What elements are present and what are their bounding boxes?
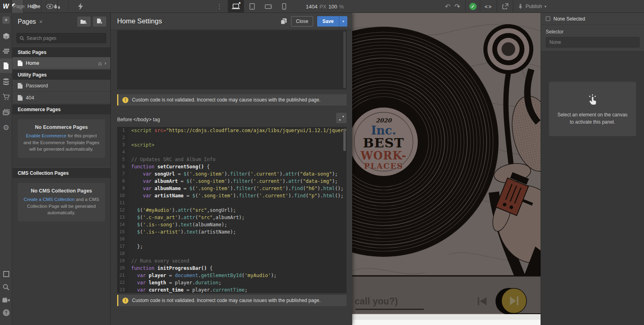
redo-icon: ↷ <box>454 2 460 11</box>
code-line: 17 }; <box>117 243 347 250</box>
pages-button[interactable] <box>0 58 12 73</box>
undo-button[interactable]: ↶ <box>443 0 452 13</box>
device-phone-landscape-button[interactable] <box>260 0 276 13</box>
canvas-width-value: 1404 <box>306 4 318 10</box>
phone-landscape-icon <box>265 4 272 9</box>
code-line: 19// Runs every second <box>117 257 347 265</box>
preview-toggle[interactable] <box>42 0 58 13</box>
code-line: 14 $('.is--song').text(albumName); <box>117 221 347 228</box>
page-row-home[interactable]: Home ⌂ › <box>12 57 110 69</box>
webflow-logo[interactable]: W <box>0 0 12 13</box>
new-folder-button[interactable] <box>77 17 91 27</box>
export-code-button[interactable]: <> <box>480 0 497 13</box>
publish-button[interactable]: Publish ▾ <box>513 0 551 13</box>
warning-icon: ! <box>122 298 128 304</box>
device-tablet-button[interactable] <box>244 0 260 13</box>
symbols-button[interactable] <box>0 29 12 43</box>
before-body-tag-label: Before </body> tag <box>117 117 160 122</box>
canvas-dimensions[interactable]: 1404 PX 100 % <box>303 0 347 13</box>
section-static-pages: Static Pages <box>12 47 110 57</box>
caret-down-icon: ▾ <box>343 19 345 23</box>
scrollbar-thumb[interactable] <box>343 128 346 151</box>
code-line: 4 <box>117 149 347 156</box>
share-button[interactable] <box>497 0 513 13</box>
selection-checkbox[interactable] <box>546 17 550 21</box>
page-selector[interactable]: Page: Home <box>12 0 41 13</box>
code-line: 11 <box>117 199 347 207</box>
home-settings-modal: Home Settings Close Save ▾ ! Custom code… <box>111 13 352 325</box>
cms-button[interactable] <box>0 74 12 89</box>
code-line: 2 <box>117 134 347 141</box>
undo-icon: ↶ <box>445 2 450 11</box>
page-row-label: 404 <box>26 95 34 101</box>
share-icon <box>502 3 508 10</box>
saved-check-icon: ✓ <box>469 3 477 10</box>
search-icon <box>3 284 9 290</box>
page-row-404[interactable]: 404 <box>12 92 110 104</box>
section-utility-pages: Utility Pages <box>12 69 110 80</box>
frame-mode-button[interactable] <box>0 267 12 281</box>
empty-state-card: Select an element on the canvas to activ… <box>549 82 636 136</box>
star-icon: ★ <box>238 1 241 5</box>
scrollbar[interactable] <box>343 31 346 88</box>
save-button[interactable]: Save <box>317 16 339 27</box>
interactions-panel-toggle[interactable] <box>69 0 92 13</box>
pages-search[interactable] <box>17 33 106 43</box>
webflow-designer: W Page: Home ⋮ ★ 1404 PX <box>0 0 644 325</box>
expand-code-button[interactable] <box>336 113 347 123</box>
navigator-icon <box>3 49 9 54</box>
selector-input[interactable] <box>546 37 640 48</box>
question-icon: ? <box>3 309 10 316</box>
section-ecommerce-pages: Ecommerce Pages <box>12 104 110 114</box>
code-line: 9 var albumName = $('.song-item').filter… <box>117 185 347 192</box>
chevron-right-icon[interactable]: › <box>105 60 106 66</box>
saved-status[interactable]: ✓ <box>465 0 480 13</box>
warning-text: Custom code is not validated. Incorrect … <box>132 298 320 303</box>
device-phone-portrait-button[interactable] <box>276 0 292 13</box>
add-elements-button[interactable]: + <box>0 13 12 27</box>
page-icon <box>18 83 23 89</box>
empty-state-hint: Select an element on the canvas to activ… <box>556 111 629 126</box>
code-line: 23 var current_time = player.currentTime… <box>117 286 347 293</box>
style-panel-body: Select an element on the canvas to activ… <box>541 51 644 325</box>
project-settings-button[interactable]: ⚙ <box>0 120 12 135</box>
design-canvas[interactable]: 2020 Inc. BEST WORK- PLACES <box>352 13 541 325</box>
close-button[interactable]: Close <box>291 16 313 27</box>
code-line: 22 var length = player.duration; <box>117 279 347 286</box>
head-code-editor-tail[interactable] <box>117 30 347 89</box>
code-line: 7 var songUrl = $('.song-item').filter('… <box>117 170 347 178</box>
code-line: 1<script src="https://cdnjs.cloudflare.c… <box>117 127 347 134</box>
pages-panel-header: Pages × <box>12 13 110 30</box>
assets-button[interactable] <box>0 105 12 120</box>
modal-header: Home Settings Close Save ▾ <box>111 13 352 30</box>
home-icon: ⌂ <box>98 60 101 66</box>
body-code-editor[interactable]: 1<script src="https://cdnjs.cloudflare.c… <box>117 127 347 293</box>
save-options-button[interactable]: ▾ <box>339 16 347 27</box>
create-cms-collection-link[interactable]: Create a CMS Collection <box>24 197 75 202</box>
pages-panel-close-button[interactable]: × <box>39 19 42 25</box>
enable-ecommerce-link[interactable]: Enable Ecommerce <box>26 133 66 138</box>
navigator-button[interactable] <box>0 44 12 58</box>
code-line: 15 $('.is--artist').text(artistName); <box>117 228 347 236</box>
device-desktop-button[interactable]: ★ <box>228 0 244 13</box>
canvas-dim-overlay <box>352 13 541 314</box>
selection-row: None Selected <box>541 13 644 25</box>
code-line: 18 <box>117 250 347 257</box>
canvas-artwork: 2020 Inc. BEST WORK- PLACES <box>352 13 541 325</box>
redo-button[interactable]: ↷ <box>452 0 462 13</box>
page-row-password[interactable]: Password <box>12 80 110 92</box>
overflow-menu[interactable]: ⋮ <box>215 0 224 13</box>
device-toolbar: ★ <box>228 0 292 13</box>
new-page-button[interactable] <box>93 17 106 27</box>
save-split-button: Save ▾ <box>317 16 347 27</box>
cms-empty-title: No CMS Collection Pages <box>23 188 100 194</box>
duplicate-icon[interactable] <box>281 18 287 25</box>
pages-search-input[interactable] <box>27 35 103 41</box>
database-icon <box>3 78 9 85</box>
page-icon <box>3 62 9 69</box>
ecommerce-button[interactable] <box>0 90 12 104</box>
help-button[interactable]: ? <box>0 305 12 320</box>
cms-empty-card: No CMS Collection Pages Create a CMS Col… <box>18 183 105 221</box>
search-button[interactable] <box>0 280 12 294</box>
gear-icon: ⚙ <box>3 123 9 132</box>
